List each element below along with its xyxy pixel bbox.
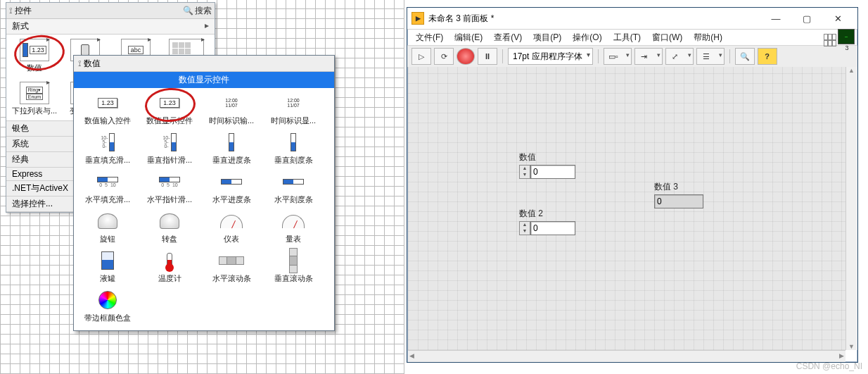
- numeric-control[interactable]: 数值▲▼: [519, 151, 575, 179]
- distr-button[interactable]: ⇥: [634, 48, 663, 65]
- sub-item-14[interactable]: 仪表: [200, 211, 262, 244]
- subpalette-grid: 1.23数值输入控件1.23数值显示控件12:0011/07时间标识输...12…: [74, 88, 334, 330]
- sub-item-0[interactable]: 1.23数值输入控件: [77, 92, 139, 126]
- menu-help[interactable]: 帮助(H): [694, 32, 722, 44]
- sub-item-3[interactable]: 12:0011/07时间标识显...: [262, 92, 324, 126]
- vi-icon[interactable]: ~: [838, 29, 855, 44]
- menu-window[interactable]: 窗口(W): [652, 32, 682, 44]
- menu-edit[interactable]: 编辑(E): [454, 32, 483, 44]
- subpalette-banner: 数值显示控件: [74, 72, 334, 88]
- search-box[interactable]: 🔍 搜索: [183, 5, 212, 17]
- cat-numeric[interactable]: 1.23 数值: [9, 39, 60, 79]
- palette-title: 控件: [15, 5, 32, 17]
- sub-item-17[interactable]: 温度计: [139, 250, 200, 284]
- numeric-indicator[interactable]: 数值 30: [654, 181, 703, 208]
- front-panel-canvas[interactable]: 数值▲▼数值 2▲▼数值 30: [408, 67, 845, 350]
- run-cont-button[interactable]: ⟳: [434, 48, 454, 65]
- sub-item-12[interactable]: 旋钮: [77, 211, 139, 244]
- sub-item-13[interactable]: 转盘: [139, 211, 200, 244]
- connector-pane[interactable]: ~ 3: [824, 29, 855, 51]
- sub-item-11[interactable]: 水平刻度条: [262, 171, 324, 205]
- sub-item-5[interactable]: 10-5-0-垂直指针滑...: [139, 132, 200, 166]
- scrollbar-vertical[interactable]: [845, 67, 857, 350]
- sub-item-16[interactable]: 液罐: [77, 250, 139, 284]
- labview-icon: ▶: [411, 12, 424, 25]
- resize-button[interactable]: ⤢: [665, 48, 694, 65]
- search-icon: 🔍: [183, 6, 193, 15]
- watermark: CSDN @echo_NI: [796, 361, 862, 371]
- numeric-control[interactable]: 数值 2▲▼: [519, 208, 575, 235]
- style-modern[interactable]: 新式: [6, 19, 215, 35]
- align-button[interactable]: ▭▫: [604, 48, 632, 65]
- menu-view[interactable]: 查看(V): [494, 32, 522, 44]
- reorder-button[interactable]: ☰: [696, 48, 725, 65]
- sub-item-19[interactable]: 垂直滚动条: [262, 250, 324, 284]
- sub-item-18[interactable]: 水平滚动条: [200, 250, 262, 284]
- close-button[interactable]: ✕: [822, 8, 853, 28]
- spinner[interactable]: ▲▼: [519, 165, 530, 179]
- pin-icon[interactable]: ⟟: [78, 58, 81, 68]
- numeric-input[interactable]: [530, 165, 575, 179]
- run-button[interactable]: ▷: [411, 48, 431, 65]
- sub-item-8[interactable]: 0 5 10水平填充滑...: [77, 171, 139, 205]
- menu-file[interactable]: 文件(F): [416, 32, 443, 44]
- scrollbar-horizontal[interactable]: [408, 350, 845, 362]
- menu-project[interactable]: 项目(P): [533, 32, 561, 44]
- window-title: 未命名 3 前面板 *: [428, 13, 494, 25]
- font-select[interactable]: 17pt 应用程序字体: [508, 48, 593, 65]
- sub-item-9[interactable]: 0 5 10水平指针滑...: [139, 171, 200, 205]
- abort-button[interactable]: [457, 48, 475, 65]
- numeric-input[interactable]: [530, 221, 575, 235]
- sub-item-15[interactable]: 量表: [262, 211, 324, 244]
- sub-item-10[interactable]: 水平进度条: [200, 171, 262, 205]
- pause-button[interactable]: II: [478, 48, 497, 65]
- sub-item-4[interactable]: 10-5-0-垂直填充滑...: [77, 132, 139, 166]
- palette-titlebar[interactable]: ⟟ 控件 🔍 搜索: [6, 3, 215, 19]
- menubar: 文件(F) 编辑(E) 查看(V) 项目(P) 操作(O) 工具(T) 窗口(W…: [407, 30, 857, 46]
- sub-item-6[interactable]: 垂直进度条: [200, 132, 262, 166]
- subpalette-titlebar[interactable]: ⟟ 数值: [74, 56, 334, 72]
- window-titlebar[interactable]: ▶ 未命名 3 前面板 * — ▢ ✕: [407, 8, 857, 30]
- search-button[interactable]: 🔍: [735, 48, 755, 65]
- menu-operate[interactable]: 操作(O): [573, 32, 601, 44]
- cat-ring[interactable]: Ring▾ Enum 下拉列表与...: [9, 82, 60, 116]
- numeric-subpalette: ⟟ 数值 数值显示控件 1.23数值输入控件1.23数值显示控件12:0011/…: [73, 55, 335, 331]
- sub-item-7[interactable]: 垂直刻度条: [262, 132, 324, 166]
- help-button[interactable]: ?: [758, 48, 777, 65]
- menu-tools[interactable]: 工具(T): [613, 32, 641, 44]
- front-panel-window: ▶ 未命名 3 前面板 * — ▢ ✕ 文件(F) 编辑(E) 查看(V) 项目…: [407, 7, 858, 363]
- minimize-button[interactable]: —: [760, 8, 791, 28]
- spinner[interactable]: ▲▼: [519, 221, 530, 235]
- pin-icon[interactable]: ⟟: [9, 6, 12, 15]
- sub-item-1[interactable]: 1.23数值显示控件: [139, 92, 200, 126]
- sub-item-20[interactable]: 带边框颜色盒: [77, 289, 139, 323]
- toolbar: ▷ ⟳ II 17pt 应用程序字体 ▭▫ ⇥ ⤢ ☰ 🔍 ?: [407, 46, 857, 68]
- maximize-button[interactable]: ▢: [791, 8, 822, 28]
- sub-item-2[interactable]: 12:0011/07时间标识输...: [200, 92, 262, 126]
